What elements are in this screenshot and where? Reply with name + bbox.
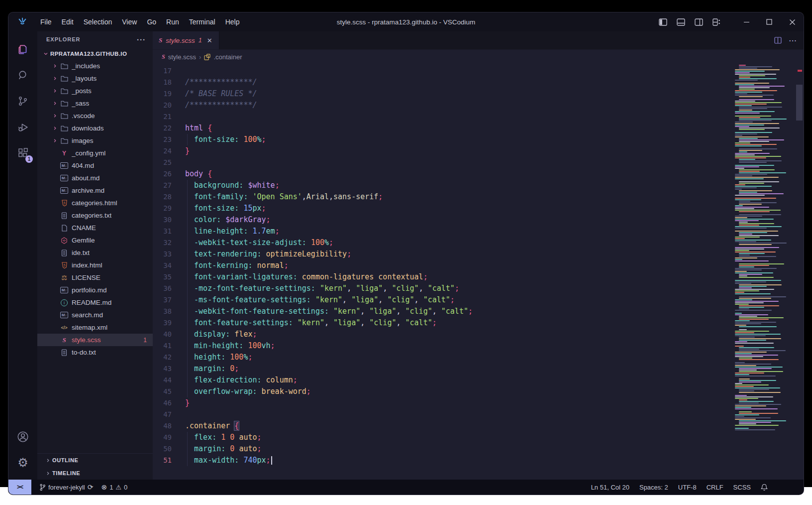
file-license[interactable]: ⚖LICENSE — [37, 271, 153, 284]
file-ide-txt[interactable]: ide.txt — [37, 247, 153, 259]
tab-close-icon[interactable]: ✕ — [205, 36, 214, 45]
section-outline[interactable]: OUTLINE — [37, 454, 153, 467]
file--config-yml[interactable]: Y_config.yml — [37, 147, 153, 159]
menu-selection[interactable]: Selection — [79, 16, 117, 28]
code-line-39[interactable]: 39 font-feature-settings: "kern", "liga"… — [153, 317, 729, 329]
explorer-header[interactable]: EXPLORER ··· — [37, 31, 153, 47]
folder--sass[interactable]: _sass — [37, 97, 153, 110]
code-line-26[interactable]: 26body { — [153, 168, 729, 180]
file-portfolio-md[interactable]: M↓portfolio.md — [37, 284, 153, 296]
code-line-31[interactable]: 31 line-height: 1.7em; — [153, 226, 729, 237]
code-line-42[interactable]: 42 height: 100%; — [153, 352, 729, 363]
remote-indicator[interactable]: >< — [8, 480, 31, 495]
activity-settings-icon[interactable]: ⚙ — [11, 450, 35, 476]
code-line-40[interactable]: 40 display: flex; — [153, 329, 729, 340]
code-line-29[interactable]: 29 font-size: 15px; — [153, 203, 729, 214]
file-cname[interactable]: CNAME — [37, 222, 153, 234]
code-line-34[interactable]: 34 font-kerning: normal; — [153, 260, 729, 271]
file-style-scss[interactable]: Sstyle.scss1 — [37, 334, 153, 346]
maximize-button[interactable] — [758, 12, 781, 31]
code-line-37[interactable]: 37 -ms-font-feature-settings: "kern", "l… — [153, 294, 729, 306]
code-line-19[interactable]: 19/* BASE RULES */ — [153, 88, 729, 100]
code-line-17[interactable]: 17 — [153, 65, 729, 77]
folder-images[interactable]: images — [37, 134, 153, 147]
code-line-33[interactable]: 33 text-rendering: optimizeLegibility; — [153, 249, 729, 260]
status-ln[interactable]: Ln 51, Col 20 — [591, 484, 629, 491]
code-line-38[interactable]: 38 -webkit-font-feature-settings: "kern"… — [153, 306, 729, 317]
minimap[interactable] — [734, 65, 795, 480]
activity-explorer-icon[interactable] — [11, 36, 35, 62]
breadcrumb-file[interactable]: style.scss — [168, 53, 196, 61]
toggle-panel-icon[interactable] — [673, 15, 688, 28]
editor-more-actions-icon[interactable]: ⋯ — [789, 36, 797, 45]
code-line-28[interactable]: 28 font-family: 'Open Sans',Arial,sans-s… — [153, 191, 729, 203]
customize-layout-icon[interactable] — [709, 15, 724, 28]
toggle-secondary-sidebar-icon[interactable] — [691, 15, 706, 28]
toggle-primary-sidebar-icon[interactable] — [655, 15, 670, 28]
file-404-md[interactable]: M↓404.md — [37, 159, 153, 172]
status-spaces[interactable]: Spaces: 2 — [639, 484, 668, 491]
file-gemfile[interactable]: Gemfile — [37, 234, 153, 247]
code-line-21[interactable]: 21 — [153, 111, 729, 123]
status-crlf[interactable]: CRLF — [707, 484, 723, 491]
folder--layouts[interactable]: _layouts — [37, 72, 153, 85]
code-line-23[interactable]: 23 font-size: 100%; — [153, 134, 729, 145]
menu-terminal[interactable]: Terminal — [184, 16, 220, 28]
code-line-45[interactable]: 45 overflow-wrap: break-word; — [153, 386, 729, 397]
file-sitemap-xml[interactable]: </>sitemap.xml — [37, 321, 153, 334]
folder--posts[interactable]: _posts — [37, 85, 153, 97]
code-line-48[interactable]: 48.container { — [153, 420, 729, 432]
code-line-30[interactable]: 30 color: $darkGray; — [153, 214, 729, 226]
code-line-32[interactable]: 32 -webkit-text-size-adjust: 100%; — [153, 237, 729, 249]
notifications-bell-icon[interactable] — [761, 484, 768, 491]
code-editor[interactable]: 1718/**************/19/* BASE RULES */20… — [153, 64, 804, 480]
activity-search-icon[interactable] — [11, 62, 35, 88]
sync-icon[interactable]: ⟳ — [88, 483, 94, 491]
activity-extensions-icon[interactable]: 1 — [11, 140, 35, 166]
code-line-25[interactable]: 25 — [153, 157, 729, 168]
file-categories-html[interactable]: 5categories.html — [37, 197, 153, 209]
code-line-47[interactable]: 47 — [153, 409, 729, 420]
code-line-44[interactable]: 44 flex-direction: column; — [153, 375, 729, 386]
code-line-43[interactable]: 43 margin: 0; — [153, 363, 729, 375]
folder--includes[interactable]: _includes — [37, 60, 153, 72]
code-line-41[interactable]: 41 min-height: 100vh; — [153, 340, 729, 352]
code-line-49[interactable]: 49 flex: 1 0 auto; — [153, 432, 729, 443]
status-utf-8[interactable]: UTF-8 — [678, 484, 697, 491]
folder--vscode[interactable]: .vscode — [37, 110, 153, 122]
scrollbar-thumb[interactable] — [796, 85, 803, 121]
code-line-51[interactable]: 51 max-width: 740px; — [153, 455, 729, 466]
close-button[interactable] — [781, 12, 804, 31]
file-to-do-txt[interactable]: to-do.txt — [37, 346, 153, 359]
file-index-html[interactable]: 5index.html — [37, 259, 153, 271]
file-categories-txt[interactable]: categories.txt — [37, 209, 153, 222]
breadcrumb-symbol[interactable]: .container — [213, 53, 242, 61]
file-search-md[interactable]: M↓search.md — [37, 309, 153, 321]
section-timeline[interactable]: TIMELINE — [37, 467, 153, 480]
minimize-button[interactable] — [735, 12, 758, 31]
overview-ruler[interactable] — [795, 64, 804, 480]
problems-item[interactable]: ⊗ 1 ⚠ 0 — [101, 483, 127, 491]
activity-accounts-icon[interactable] — [11, 424, 35, 450]
code-line-20[interactable]: 20/**************/ — [153, 100, 729, 111]
code-line-18[interactable]: 18/**************/ — [153, 77, 729, 88]
menu-go[interactable]: Go — [142, 16, 161, 28]
code-line-36[interactable]: 36 -moz-font-feature-settings: "kern", "… — [153, 283, 729, 294]
code-line-50[interactable]: 50 margin: 0 auto; — [153, 443, 729, 455]
menu-edit[interactable]: Edit — [57, 16, 79, 28]
split-editor-icon[interactable] — [774, 37, 782, 44]
activity-run-debug-icon[interactable] — [11, 114, 35, 140]
activity-source-control-icon[interactable] — [11, 88, 35, 114]
menu-view[interactable]: View — [117, 16, 142, 28]
code-line-24[interactable]: 24} — [153, 145, 729, 157]
code-line-35[interactable]: 35 font-variant-ligatures: common-ligatu… — [153, 271, 729, 283]
status-scss[interactable]: SCSS — [733, 484, 751, 491]
menu-run[interactable]: Run — [161, 16, 184, 28]
code-line-22[interactable]: 22html { — [153, 123, 729, 134]
menu-file[interactable]: File — [35, 16, 57, 28]
file-about-md[interactable]: M↓about.md — [37, 172, 153, 184]
branch-item[interactable]: forever-jekyll ⟳ — [39, 483, 93, 491]
file-archive-md[interactable]: M↓archive.md — [37, 184, 153, 197]
code-line-27[interactable]: 27 background: $white; — [153, 180, 729, 191]
file-readme-md[interactable]: iREADME.md — [37, 296, 153, 309]
